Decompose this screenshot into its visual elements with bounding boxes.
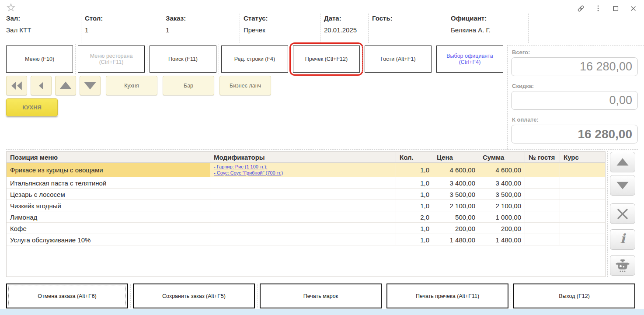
field-label: Зал: <box>6 14 77 22</box>
toolbar-button[interactable]: Меню ресторана (Ctrl+F11) <box>78 46 145 73</box>
total-field: 16 280,00 <box>511 57 638 76</box>
link-icon[interactable] <box>575 3 586 14</box>
field-value: Белкина А. Г. <box>451 26 525 34</box>
category-button[interactable]: Кухня <box>106 76 157 95</box>
cell-modifiers <box>210 177 396 188</box>
divider <box>360 46 365 73</box>
table-row[interactable]: Лимонад2,0500,001 000,00 <box>7 211 605 223</box>
cell-price: 2 100,00 <box>433 200 479 211</box>
divider <box>432 46 436 73</box>
footer-button[interactable]: Печать марок <box>260 284 382 308</box>
toolbar-button[interactable]: Поиск (F11) <box>150 46 216 73</box>
toolbar-button[interactable]: Меню (F10) <box>6 46 73 73</box>
nav-down-icon[interactable] <box>80 76 101 95</box>
cell-sum: 1 480,00 <box>479 234 525 245</box>
cell-modifiers <box>210 189 396 200</box>
cell-position: Услуга обслуживание 10% <box>7 234 210 245</box>
active-category-button[interactable]: КУХНЯ <box>6 98 58 116</box>
divider <box>255 284 260 308</box>
field-label: Официант: <box>451 14 525 22</box>
totals-panel: Всего: 16 280,00 Скидка: 0,00 К оплате: … <box>507 45 644 150</box>
table-row[interactable]: Чизкейк ягодный1,02 100,002 100,00 <box>7 200 605 211</box>
cell-sum: 3 400,00 <box>479 177 525 188</box>
kebab-menu-icon[interactable] <box>592 3 604 14</box>
modifier-link[interactable]: - Соус: Соус "Грибной" (700 тг.) <box>214 170 283 176</box>
table-row[interactable]: Услуга обслуживание 10%1,01 480,001 480,… <box>7 234 605 245</box>
order-table: Позиция менюМодификаторыКол.ЦенаСумма№ г… <box>6 151 606 277</box>
kitchen-pot-button[interactable] <box>610 255 635 276</box>
cell-position: Фрикасе из курицы с овощами <box>7 163 210 177</box>
toolbar-button[interactable]: Ред. строки (F4) <box>221 46 288 73</box>
nav-double-left-icon[interactable] <box>6 76 27 95</box>
field-value <box>372 26 443 33</box>
nav-up-icon[interactable] <box>55 76 76 95</box>
cell-sum: 1 000,00 <box>479 211 525 222</box>
order-info-field: Статус:Пречек <box>240 14 320 43</box>
delete-row-button[interactable] <box>610 203 635 224</box>
close-icon[interactable] <box>627 3 639 14</box>
footer-button[interactable]: Печать пречека (Alt+F11) <box>386 284 508 308</box>
order-info-field: Гость: <box>369 14 447 43</box>
payable-field: 16 280,00 <box>511 125 638 144</box>
cell-price: 500,00 <box>433 211 479 222</box>
toolbar: Меню (F10)Меню ресторана (Ctrl+F11)Поиск… <box>6 46 503 73</box>
nav-left-icon[interactable] <box>31 76 52 95</box>
cell-position: Итальянская паста с телятиной <box>7 177 210 188</box>
divider <box>216 46 221 73</box>
cell-qty: 1,0 <box>396 200 433 211</box>
maximize-icon[interactable] <box>610 3 621 14</box>
column-header[interactable]: Позиция меню <box>7 152 210 162</box>
cell-price: 1 480,00 <box>433 234 479 245</box>
cell-guest <box>525 234 560 245</box>
column-header[interactable]: Кол. <box>396 152 433 162</box>
discount-field: 0,00 <box>511 91 638 110</box>
footer-button[interactable]: Сохранить заказ (Alt+F5) <box>133 284 255 308</box>
table-row[interactable]: Итальянская паста с телятиной1,03 400,00… <box>7 177 605 189</box>
favorite-star-icon[interactable] <box>6 3 17 13</box>
toolbar-button[interactable]: Гости (Alt+F1) <box>365 46 432 73</box>
cell-sum: 4 600,00 <box>479 163 525 177</box>
column-header[interactable]: Модификаторы <box>210 152 396 162</box>
cell-price: 200,00 <box>433 223 479 234</box>
order-info-bar: Зал:Зал КТТСтол:1Заказ:1Статус:ПречекДат… <box>6 14 529 43</box>
window-controls <box>575 3 639 14</box>
cell-qty: 1,0 <box>396 234 433 245</box>
table-header: Позиция менюМодификаторыКол.ЦенаСумма№ г… <box>7 152 605 163</box>
info-button[interactable]: i <box>610 229 635 250</box>
toolbar-button[interactable]: Выбор официанта (Ctrl+F4) <box>436 46 503 73</box>
cell-qty: 1,0 <box>396 189 433 200</box>
field-value: 1 <box>85 26 158 34</box>
column-header[interactable]: № гостя <box>525 152 560 162</box>
cell-course <box>560 234 605 245</box>
footer-button[interactable]: Выход (F12) <box>513 284 635 308</box>
cell-price: 4 600,00 <box>433 163 479 177</box>
column-header[interactable]: Курс <box>560 152 605 162</box>
modifier-link[interactable]: - Гарнир: Рис (1 100 тг.); <box>214 164 268 170</box>
table-row[interactable]: Фрикасе из курицы с овощами- Гарнир: Рис… <box>7 163 605 177</box>
cell-course <box>560 189 605 200</box>
divider <box>288 46 293 73</box>
column-header[interactable]: Цена <box>433 152 479 162</box>
cell-qty: 2,0 <box>396 211 433 222</box>
scroll-up-button[interactable] <box>610 152 635 172</box>
footer-button[interactable]: Отмена заказа (Alt+F6) <box>6 284 128 308</box>
cell-course <box>560 163 605 177</box>
order-table-body: Фрикасе из курицы с овощами- Гарнир: Рис… <box>7 163 605 245</box>
scroll-down-button[interactable] <box>610 175 635 196</box>
column-header[interactable]: Сумма <box>479 152 525 162</box>
divider <box>145 46 150 73</box>
discount-label: Скидка: <box>512 83 638 89</box>
table-row[interactable]: Цезарь с лососем1,03 500,003 500,00 <box>7 189 605 200</box>
divider <box>128 284 133 308</box>
category-button[interactable]: Бар <box>163 76 214 95</box>
category-button[interactable]: Бизнес ланч <box>219 76 271 95</box>
bottom-strip <box>0 309 644 315</box>
cell-sum: 2 100,00 <box>479 200 525 211</box>
table-row[interactable]: Кофе1,0200,00200,00 <box>7 223 605 234</box>
cell-course <box>560 177 605 188</box>
order-info-field: Стол:1 <box>81 14 162 43</box>
cell-modifiers <box>210 211 396 222</box>
toolbar-button[interactable]: Пречек (Ctl+F12) <box>293 46 360 73</box>
cell-position: Чизкейк ягодный <box>7 200 210 211</box>
divider <box>382 284 386 308</box>
